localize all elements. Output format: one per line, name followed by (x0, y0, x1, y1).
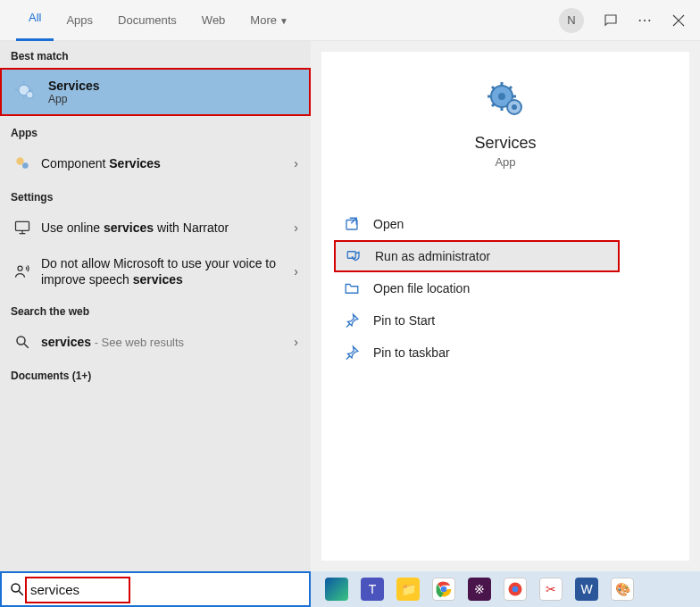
detail-subtitle: App (495, 155, 515, 169)
more-options-icon[interactable]: ⋯ (629, 4, 661, 37)
tab-all[interactable]: All (16, 0, 54, 41)
taskbar-paint-icon[interactable]: 🎨 (611, 578, 634, 601)
action-open[interactable]: Open (334, 208, 680, 240)
admin-shield-icon (345, 247, 362, 265)
svg-line-22 (492, 87, 495, 89)
svg-point-30 (12, 584, 20, 592)
taskbar-teams-icon[interactable]: T (361, 578, 384, 601)
taskbar-edge-icon[interactable] (325, 578, 348, 601)
tab-documents[interactable]: Documents (105, 1, 189, 40)
svg-rect-28 (346, 220, 357, 230)
settings-section-label: Settings (0, 182, 311, 209)
action-open-file-location[interactable]: Open file location (334, 272, 680, 304)
chevron-right-icon: › (294, 335, 298, 349)
search-input[interactable] (30, 582, 302, 597)
svg-line-15 (24, 345, 29, 349)
search-web-label: Search the web (0, 296, 311, 323)
svg-rect-29 (347, 252, 355, 259)
action-pin-to-taskbar[interactable]: Pin to taskbar (334, 337, 680, 369)
documents-section-label: Documents (1+) (0, 361, 311, 387)
taskbar-chrome2-icon[interactable] (504, 578, 527, 601)
svg-point-33 (441, 586, 447, 593)
best-match-title: Services (48, 79, 100, 93)
close-icon[interactable] (662, 4, 695, 37)
taskbar-chrome-icon[interactable] (432, 578, 455, 601)
taskbar-word-icon[interactable]: W (575, 578, 598, 601)
chevron-right-icon: › (294, 156, 298, 170)
result-web-services[interactable]: services - See web results › (0, 323, 311, 361)
search-box[interactable] (0, 571, 311, 607)
taskbar-slack-icon[interactable]: ※ (468, 578, 491, 601)
tab-more[interactable]: More▼ (238, 1, 301, 40)
svg-line-24 (492, 104, 495, 106)
tab-apps[interactable]: Apps (54, 1, 105, 40)
services-large-icon (484, 79, 527, 121)
chevron-right-icon: › (294, 220, 298, 235)
feedback-icon[interactable] (595, 4, 627, 37)
svg-line-25 (509, 87, 512, 89)
best-match-subtitle: App (48, 93, 100, 105)
svg-point-13 (18, 266, 22, 270)
search-icon (12, 332, 32, 352)
result-narrator-services[interactable]: Use online services with Narrator › (0, 209, 311, 246)
pin-icon (343, 312, 361, 329)
svg-point-9 (22, 162, 29, 169)
folder-icon (343, 279, 361, 297)
apps-section-label: Apps (0, 118, 311, 145)
chevron-down-icon: ▼ (279, 16, 288, 26)
taskbar-snip-icon[interactable]: ✂ (539, 578, 562, 601)
svg-rect-10 (16, 221, 29, 230)
svg-point-8 (16, 157, 23, 164)
result-component-services[interactable]: Component Services › (0, 145, 311, 182)
component-services-icon (12, 154, 32, 173)
best-match-label: Best match (0, 41, 311, 68)
best-match-result[interactable]: Services App (0, 68, 311, 116)
result-speech-services[interactable]: Do not allow Microsoft to use your voice… (0, 246, 311, 296)
taskbar-explorer-icon[interactable]: 📁 (396, 578, 420, 601)
svg-point-17 (498, 93, 505, 100)
results-list: Best match Services App Apps Component S… (0, 41, 311, 571)
search-icon (9, 581, 25, 597)
services-icon (14, 80, 38, 104)
search-filter-tabs: All Apps Documents Web More▼ N ⋯ (0, 0, 700, 41)
svg-line-31 (19, 591, 23, 595)
detail-panel: Services App Open Run as administrator O… (321, 52, 689, 561)
detail-title: Services (474, 134, 536, 153)
open-icon (343, 215, 361, 233)
tab-web[interactable]: Web (189, 1, 238, 40)
monitor-icon (12, 218, 32, 237)
svg-point-35 (512, 586, 519, 593)
action-run-as-admin[interactable]: Run as administrator (334, 240, 620, 272)
svg-point-27 (512, 104, 517, 110)
person-voice-icon (12, 262, 32, 281)
action-pin-to-start[interactable]: Pin to Start (334, 304, 680, 337)
svg-point-14 (17, 337, 25, 345)
user-avatar[interactable]: N (559, 8, 584, 33)
chevron-right-icon: › (294, 264, 298, 279)
svg-point-3 (27, 91, 34, 98)
taskbar: T 📁 ※ ✂ W 🎨 (311, 571, 700, 607)
pin-icon (343, 344, 361, 362)
